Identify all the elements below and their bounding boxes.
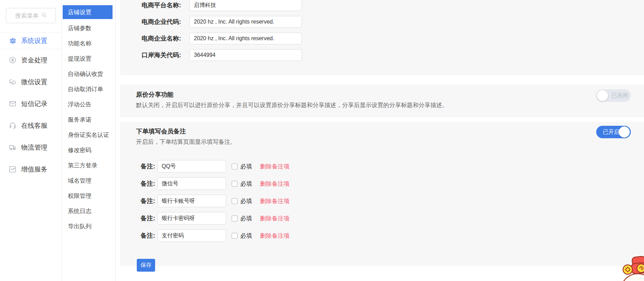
submenu-item-label: 修改密码 xyxy=(68,146,91,154)
sidebar-item-label: 资金处理 xyxy=(21,56,47,65)
sidebar-item-label: 短信记录 xyxy=(21,99,47,108)
platform-name-input[interactable] xyxy=(189,0,302,11)
customs-code-label: 口岸海关代码: xyxy=(120,51,181,59)
sidebar-item-funds[interactable]: 资金处理 xyxy=(0,49,61,71)
menu-search-input[interactable]: 搜索菜单 xyxy=(6,8,56,23)
submenu-item-label: 店铺参数 xyxy=(68,24,91,32)
submenu-item-id-verification[interactable]: 身份证实名认证 xyxy=(62,127,115,142)
toggle-knob xyxy=(597,90,608,101)
submenu-item-permission-management[interactable]: 权限管理 xyxy=(62,188,115,203)
remark-input-1[interactable] xyxy=(158,160,226,173)
delete-remark-link-1[interactable]: 删除备注项 xyxy=(260,163,289,170)
required-label: 必填 xyxy=(240,232,252,240)
form-row-enterprise-name: 电商企业名称: xyxy=(120,33,644,44)
submenu-item-label: 店铺设置 xyxy=(68,8,91,16)
wechat-icon xyxy=(9,78,17,86)
submenu-item-third-party-login[interactable]: 第三方登录 xyxy=(62,158,115,173)
toggle-state-label: 已关闭 xyxy=(611,89,628,102)
delete-remark-link-4[interactable]: 删除备注项 xyxy=(260,214,289,222)
sidebar-item-value-added[interactable]: 增值服务 xyxy=(0,158,61,180)
form-row-platform-name: 电商平台名称: xyxy=(120,0,644,11)
sidebar-item-sms[interactable]: 短信记录 xyxy=(0,93,61,115)
share-feature-panel: 原价分享功能 默认关闭，开启后可以进行原价分享，并且可以设置原价分享标题和分享描… xyxy=(120,85,644,117)
remark-label: 备注: xyxy=(136,162,155,170)
sidebar-item-logistics[interactable]: 物流管理 xyxy=(0,137,61,158)
required-checkbox-2[interactable] xyxy=(232,181,238,187)
sidebar-item-online-service[interactable]: 在线客服 xyxy=(0,115,61,137)
submenu-item-export-queue[interactable]: 导出队列 xyxy=(62,219,115,234)
remark-row-5: 备注: 必填 删除备注项 xyxy=(136,229,644,242)
submenu-item-label: 导出队列 xyxy=(68,222,91,230)
submenu-item-label: 功能名称 xyxy=(68,39,91,47)
required-checkbox-1[interactable] xyxy=(232,164,238,169)
submenu-item-auto-confirm-receipt[interactable]: 自动确认收货 xyxy=(62,66,115,81)
search-wrap: 搜索菜单 xyxy=(0,0,61,32)
remark-row-3: 备注: 必填 删除备注项 xyxy=(136,195,644,207)
search-icon xyxy=(41,12,47,19)
remark-row-4: 备注: 必填 删除备注项 xyxy=(136,212,644,225)
member-remark-title: 下单填写会员备注 xyxy=(136,128,644,135)
required-label: 必填 xyxy=(240,163,252,170)
enterprise-name-label: 电商企业名称: xyxy=(120,34,181,43)
share-feature-title: 原价分享功能 xyxy=(136,91,644,98)
submenu-item-system-log[interactable]: 系统日志 xyxy=(62,203,115,219)
sidebar-item-system-settings[interactable]: 系统设置 xyxy=(0,32,61,49)
sidebar-item-label: 在线客服 xyxy=(21,121,47,130)
remark-row-1: 备注: 必填 删除备注项 xyxy=(136,160,644,173)
toggle-knob xyxy=(619,126,630,138)
enterprise-name-input[interactable] xyxy=(189,33,302,44)
submenu-item-change-password[interactable]: 修改密码 xyxy=(62,142,115,158)
submenu-item-label: 第三方登录 xyxy=(68,161,97,169)
submenu-item-shop-settings[interactable]: 店铺设置 xyxy=(63,5,113,19)
remark-input-3[interactable] xyxy=(158,195,226,207)
member-remark-description: 开启后，下单结算页面显示填写备注。 xyxy=(136,138,644,146)
truck-icon xyxy=(9,143,17,151)
submenu-item-shop-params[interactable]: 店铺参数 xyxy=(62,20,115,36)
remark-input-5[interactable] xyxy=(158,229,226,242)
sidebar-item-label: 物流管理 xyxy=(21,143,47,152)
submenu-item-domain-management[interactable]: 域名管理 xyxy=(62,173,115,188)
form-row-customs-code: 口岸海关代码: xyxy=(120,49,644,61)
member-remark-toggle[interactable]: 已开启 xyxy=(596,126,631,138)
yen-icon xyxy=(9,56,17,64)
submenu-item-auto-cancel-order[interactable]: 自动取消订单 xyxy=(62,81,115,97)
gear-icon xyxy=(9,37,17,45)
submenu-item-label: 域名管理 xyxy=(68,177,91,185)
required-checkbox-5[interactable] xyxy=(232,233,238,239)
submenu-item-service-promise[interactable]: 服务承诺 xyxy=(62,112,115,127)
required-checkbox-4[interactable] xyxy=(232,216,238,221)
submenu-item-floating-notice[interactable]: 浮动公告 xyxy=(62,97,115,112)
customs-code-input[interactable] xyxy=(189,49,302,61)
delete-remark-link-3[interactable]: 删除备注项 xyxy=(260,197,289,205)
remark-input-2[interactable] xyxy=(158,177,226,190)
submenu-item-withdraw-settings[interactable]: 提现设置 xyxy=(62,51,115,66)
toggle-state-label: 已开启 xyxy=(603,126,619,138)
submenu-item-label: 服务承诺 xyxy=(68,116,91,124)
submenu-item-label: 系统日志 xyxy=(68,207,91,215)
envelope-icon xyxy=(9,100,17,108)
form-row-enterprise-code: 电商企业代码: xyxy=(120,16,644,28)
remark-label: 备注: xyxy=(136,214,155,222)
remark-label: 备注: xyxy=(136,197,155,205)
save-button[interactable]: 保存 xyxy=(137,259,155,272)
remark-label: 备注: xyxy=(136,179,155,188)
sidebar-item-wechat[interactable]: 微信设置 xyxy=(0,71,61,93)
submenu-item-label: 自动确认收货 xyxy=(68,70,103,78)
submenu-item-feature-names[interactable]: 功能名称 xyxy=(62,36,115,51)
secondary-sidebar: 店铺设置 店铺参数 功能名称 提现设置 自动确认收货 自动取消订单 浮动公告 服… xyxy=(62,0,116,281)
primary-sidebar: 搜索菜单 系统设置 xyxy=(0,0,62,281)
sidebar-item-label: 系统设置 xyxy=(21,36,47,45)
chart-icon xyxy=(9,165,17,173)
remark-row-2: 备注: 必填 删除备注项 xyxy=(136,177,644,190)
submenu-item-label: 自动取消订单 xyxy=(68,85,103,93)
remark-rows: 备注: 必填 删除备注项 备注: 必填 删除备注项 备注: xyxy=(136,160,644,242)
enterprise-code-input[interactable] xyxy=(189,16,302,28)
delete-remark-link-2[interactable]: 删除备注项 xyxy=(260,180,289,188)
submenu-item-label: 浮动公告 xyxy=(68,100,91,108)
required-checkbox-3[interactable] xyxy=(232,198,238,204)
share-feature-toggle[interactable]: 已关闭 xyxy=(596,89,631,102)
delete-remark-link-5[interactable]: 删除备注项 xyxy=(260,232,289,240)
platform-name-label: 电商平台名称: xyxy=(120,1,181,9)
shop-info-panel: 电商平台名称: 电商企业代码: 电商企业名称: 口岸海关代码: xyxy=(120,0,644,75)
remark-input-4[interactable] xyxy=(158,212,226,225)
